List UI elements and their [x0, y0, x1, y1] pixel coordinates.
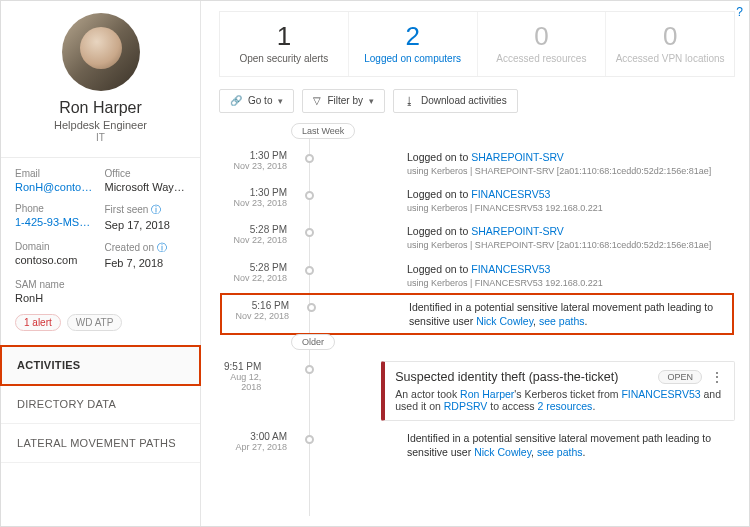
- phone-label: Phone: [15, 203, 97, 214]
- stat-vpn-locations[interactable]: 0 Accessed VPN locations: [605, 12, 734, 76]
- download-button[interactable]: ⭳Download activities: [393, 89, 518, 113]
- user-sidebar: Ron Harper Helpdesk Engineer IT Email Ro…: [1, 1, 201, 526]
- event-date: Nov 22, 2018: [219, 273, 287, 283]
- timeline-dot-icon: [307, 303, 316, 312]
- timeline-dot-icon: [305, 266, 314, 275]
- user-details: Email RonH@contoso.com Office Microsoft …: [1, 168, 200, 331]
- computer-link[interactable]: FINANCESRV53: [471, 188, 550, 200]
- timeline-dot-icon: [305, 191, 314, 200]
- see-paths-link[interactable]: see paths: [539, 315, 585, 327]
- nav-directory-data[interactable]: DIRECTORY DATA: [1, 385, 200, 424]
- stat-label: Open security alerts: [224, 53, 344, 64]
- stat-accessed-resources[interactable]: 0 Accessed resources: [477, 12, 606, 76]
- event-sub: using Kerberos | SHAREPOINT-SRV [2a01:11…: [407, 239, 735, 251]
- goto-button[interactable]: 🔗Go to▾: [219, 89, 294, 113]
- wdatp-badge[interactable]: WD ATP: [67, 314, 123, 331]
- timeline-dot-icon: [305, 228, 314, 237]
- email-value[interactable]: RonH@contoso.com: [15, 181, 97, 193]
- stat-num: 2: [353, 22, 473, 51]
- chevron-down-icon: ▾: [278, 96, 283, 106]
- computer-link[interactable]: SHAREPOINT-SRV: [471, 151, 564, 163]
- email-label: Email: [15, 168, 97, 179]
- stat-label: Accessed resources: [482, 53, 602, 64]
- event-date: Apr 27, 2018: [219, 442, 287, 452]
- event-date: Aug 12, 2018: [219, 372, 261, 392]
- user-role: Helpdesk Engineer: [1, 119, 200, 131]
- nav-lateral-paths[interactable]: LATERAL MOVEMENT PATHS: [1, 424, 200, 463]
- sam-label: SAM name: [15, 279, 97, 290]
- nav-activities[interactable]: ACTIVITIES: [1, 346, 200, 385]
- toolbar: 🔗Go to▾ ▽Filter by▾ ⭳Download activities: [219, 89, 735, 113]
- user-link[interactable]: Ron Harper: [460, 388, 514, 400]
- timeline-dot-icon: [305, 435, 314, 444]
- event-time: 5:28 PM: [219, 224, 287, 235]
- event-date: Nov 23, 2018: [219, 198, 287, 208]
- timeline-event[interactable]: 1:30 PMNov 23, 2018 Logged on to FINANCE…: [219, 182, 735, 219]
- alert-body: An actor took Ron Harper's Kerberos tick…: [395, 388, 724, 412]
- computer-link[interactable]: RDPSRV: [444, 400, 488, 412]
- created-label: Created onⓘ: [105, 241, 187, 255]
- office-value: Microsoft Way Re…: [105, 181, 187, 193]
- link-icon: 🔗: [230, 95, 242, 106]
- firstseen-value: Sep 17, 2018: [105, 219, 187, 231]
- status-badge: OPEN: [658, 370, 702, 384]
- event-date: Nov 22, 2018: [219, 235, 287, 245]
- office-label: Office: [105, 168, 187, 179]
- phone-value[interactable]: 1-425-93-MSPHONE: [15, 216, 97, 228]
- event-time: 5:28 PM: [219, 262, 287, 273]
- filter-icon: ▽: [313, 95, 321, 106]
- timeline-event-highlighted[interactable]: 5:16 PMNov 22, 2018 Identified in a pote…: [221, 294, 733, 334]
- event-time: 5:16 PM: [221, 300, 289, 311]
- alert-card[interactable]: Suspected identity theft (pass-the-ticke…: [381, 361, 735, 421]
- timeline-event[interactable]: 5:28 PMNov 22, 2018 Logged on to SHAREPO…: [219, 219, 735, 256]
- stat-num: 0: [610, 22, 730, 51]
- sam-value: RonH: [15, 292, 97, 304]
- event-date: Nov 22, 2018: [221, 311, 289, 321]
- stat-num: 0: [482, 22, 602, 51]
- timeline-event[interactable]: 3:00 AMApr 27, 2018 Identified in a pote…: [219, 426, 735, 464]
- created-value: Feb 7, 2018: [105, 257, 187, 269]
- timeline-event[interactable]: 1:30 PMNov 23, 2018 Logged on to SHAREPO…: [219, 145, 735, 182]
- more-icon[interactable]: ⋮: [710, 374, 724, 381]
- timeline-event[interactable]: 5:28 PMNov 22, 2018 Logged on to FINANCE…: [219, 257, 735, 294]
- event-sub: using Kerberos | FINANCESRV53 192.168.0.…: [407, 277, 735, 289]
- stat-label: Logged on computers: [353, 53, 473, 64]
- timeline-event-alert[interactable]: 9:51 PMAug 12, 2018 Suspected identity t…: [219, 356, 735, 426]
- see-paths-link[interactable]: see paths: [537, 446, 583, 458]
- user-link[interactable]: Nick Cowley: [476, 315, 533, 327]
- time-chip-older: Older: [291, 334, 335, 350]
- avatar: [62, 13, 140, 91]
- info-icon[interactable]: ⓘ: [157, 242, 167, 253]
- help-icon[interactable]: ?: [736, 5, 743, 19]
- domain-label: Domain: [15, 241, 97, 252]
- resources-link[interactable]: 2 resources: [538, 400, 593, 412]
- stats-bar: 1 Open security alerts 2 Logged on compu…: [219, 11, 735, 77]
- firstseen-label: First seenⓘ: [105, 203, 187, 217]
- computer-link[interactable]: SHAREPOINT-SRV: [471, 225, 564, 237]
- stat-open-alerts[interactable]: 1 Open security alerts: [220, 12, 348, 76]
- user-name: Ron Harper: [1, 99, 200, 117]
- computer-link[interactable]: FINANCESRV53: [471, 263, 550, 275]
- sidebar-nav: ACTIVITIES DIRECTORY DATA LATERAL MOVEME…: [1, 345, 200, 463]
- download-icon: ⭳: [404, 95, 415, 107]
- event-time: 9:51 PM: [219, 361, 261, 372]
- activity-timeline: Last Week 1:30 PMNov 23, 2018 Logged on …: [219, 123, 735, 516]
- event-time: 3:00 AM: [219, 431, 287, 442]
- event-date: Nov 23, 2018: [219, 161, 287, 171]
- user-dept: IT: [1, 132, 200, 143]
- computer-link[interactable]: FINANCESRV53: [621, 388, 700, 400]
- time-chip-lastweek: Last Week: [291, 123, 355, 139]
- alert-badge[interactable]: 1 alert: [15, 314, 61, 331]
- chevron-down-icon: ▾: [369, 96, 374, 106]
- user-link[interactable]: Nick Cowley: [474, 446, 531, 458]
- stat-num: 1: [224, 22, 344, 51]
- info-icon[interactable]: ⓘ: [151, 204, 161, 215]
- timeline-dot-icon: [305, 154, 314, 163]
- timeline-dot-icon: [305, 365, 314, 374]
- event-time: 1:30 PM: [219, 150, 287, 161]
- main-panel: 1 Open security alerts 2 Logged on compu…: [201, 1, 749, 526]
- stat-logged-computers[interactable]: 2 Logged on computers: [348, 12, 477, 76]
- alert-title: Suspected identity theft (pass-the-ticke…: [395, 370, 618, 384]
- event-time: 1:30 PM: [219, 187, 287, 198]
- filter-button[interactable]: ▽Filter by▾: [302, 89, 385, 113]
